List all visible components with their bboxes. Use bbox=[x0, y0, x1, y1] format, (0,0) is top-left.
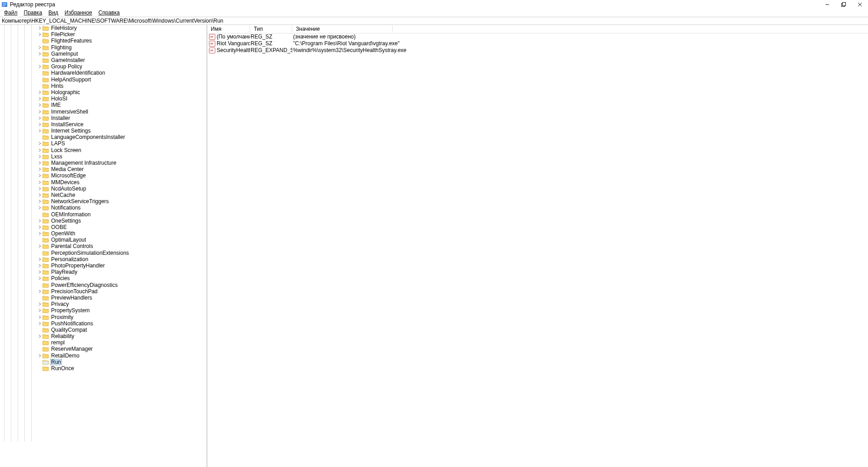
expand-icon[interactable] bbox=[38, 302, 42, 306]
tree-item[interactable]: Parental Controls bbox=[0, 243, 207, 249]
tree-item[interactable]: OEMInformation bbox=[0, 211, 207, 217]
value-row[interactable]: ab SecurityHealthREG_EXPAND_SZ%windir%\s… bbox=[207, 47, 868, 54]
expand-icon[interactable] bbox=[38, 308, 42, 313]
tree-item[interactable]: Policies bbox=[0, 275, 207, 281]
expand-icon[interactable] bbox=[38, 193, 42, 197]
tree-item[interactable]: Lock Screen bbox=[0, 147, 207, 153]
expand-icon[interactable] bbox=[38, 199, 42, 204]
tree-item[interactable]: rempl bbox=[0, 339, 207, 346]
tree-item[interactable]: Media Center bbox=[0, 166, 207, 172]
expand-icon[interactable] bbox=[38, 26, 42, 30]
expand-icon[interactable] bbox=[38, 257, 42, 262]
tree-item[interactable]: PowerEfficiencyDiagnostics bbox=[0, 282, 207, 288]
expand-icon[interactable] bbox=[38, 219, 42, 223]
maximize-button[interactable] bbox=[835, 0, 852, 9]
expand-icon[interactable] bbox=[38, 32, 42, 37]
expand-icon[interactable] bbox=[38, 205, 42, 210]
tree-item[interactable]: MMDevices bbox=[0, 179, 207, 186]
tree-item[interactable]: PlayReady bbox=[0, 269, 207, 275]
tree-item[interactable]: Management Infrastructure bbox=[0, 160, 207, 166]
tree-item[interactable]: MicrosoftEdge bbox=[0, 172, 207, 179]
tree-item[interactable]: Internet Settings bbox=[0, 128, 207, 134]
menu-view[interactable]: Вид bbox=[45, 9, 62, 16]
expand-icon[interactable] bbox=[38, 167, 42, 172]
expand-icon[interactable] bbox=[38, 90, 42, 95]
expand-icon[interactable] bbox=[38, 321, 42, 326]
tree-item[interactable]: NetCache bbox=[0, 192, 207, 198]
tree-item[interactable]: PreviewHandlers bbox=[0, 295, 207, 301]
expand-icon[interactable] bbox=[38, 116, 42, 120]
menu-edit[interactable]: Правка bbox=[21, 9, 46, 16]
registry-tree[interactable]: FileHistory FilePicker FlightedFeatures … bbox=[0, 25, 207, 372]
tree-item[interactable]: Personalization bbox=[0, 256, 207, 262]
expand-icon[interactable] bbox=[38, 276, 42, 281]
tree-item[interactable]: ImmersiveShell bbox=[0, 108, 207, 114]
expand-icon[interactable] bbox=[38, 110, 42, 114]
expand-icon[interactable] bbox=[38, 180, 42, 185]
close-button[interactable] bbox=[852, 0, 868, 9]
value-row[interactable]: ab Riot VanguardREG_SZ"C:\Program Files\… bbox=[207, 40, 868, 47]
tree-item[interactable]: Hints bbox=[0, 83, 207, 89]
values-pane[interactable]: Имя Тип Значение ab (По умолчанию)REG_SZ… bbox=[207, 25, 868, 467]
column-value[interactable]: Значение bbox=[292, 25, 393, 33]
tree-item[interactable]: Notifications bbox=[0, 205, 207, 211]
tree-item[interactable]: HardwareIdentification bbox=[0, 70, 207, 76]
tree-item[interactable]: Lxss bbox=[0, 153, 207, 160]
expand-icon[interactable] bbox=[38, 353, 42, 358]
tree-item[interactable]: ReserveManager bbox=[0, 346, 207, 352]
tree-item[interactable]: Run bbox=[0, 359, 207, 365]
expand-icon[interactable] bbox=[38, 129, 42, 133]
tree-item[interactable]: PerceptionSimulationExtensions bbox=[0, 250, 207, 256]
expand-icon[interactable] bbox=[38, 225, 42, 229]
menu-help[interactable]: Справка bbox=[95, 9, 123, 16]
column-name[interactable]: Имя bbox=[207, 25, 250, 33]
tree-item[interactable]: OptimalLayout bbox=[0, 237, 207, 243]
expand-icon[interactable] bbox=[38, 141, 42, 146]
tree-item[interactable]: NcdAutoSetup bbox=[0, 186, 207, 192]
menu-file[interactable]: Файл bbox=[1, 9, 21, 16]
tree-item[interactable]: Reliability bbox=[0, 333, 207, 339]
tree-item[interactable]: Proximity bbox=[0, 314, 207, 320]
address-bar[interactable]: Компьютер\HKEY_LOCAL_MACHINE\SOFTWARE\Mi… bbox=[0, 17, 868, 25]
expand-icon[interactable] bbox=[38, 173, 42, 178]
expand-icon[interactable] bbox=[38, 122, 42, 127]
expand-icon[interactable] bbox=[38, 289, 42, 294]
tree-item[interactable]: HoloSI bbox=[0, 95, 207, 102]
expand-icon[interactable] bbox=[38, 64, 42, 69]
tree-item[interactable]: GameInstaller bbox=[0, 57, 207, 63]
expand-icon[interactable] bbox=[38, 103, 42, 107]
expand-icon[interactable] bbox=[38, 244, 42, 248]
tree-item[interactable]: Flighting bbox=[0, 44, 207, 51]
expand-icon[interactable] bbox=[38, 270, 42, 274]
splitter[interactable] bbox=[207, 337, 207, 351]
expand-icon[interactable] bbox=[38, 186, 42, 191]
expand-icon[interactable] bbox=[38, 161, 42, 165]
tree-item[interactable]: Installer bbox=[0, 115, 207, 121]
tree-item[interactable]: OOBE bbox=[0, 224, 207, 230]
tree-item[interactable]: PrecisionTouchPad bbox=[0, 288, 207, 295]
minimize-button[interactable] bbox=[819, 0, 835, 9]
column-type[interactable]: Тип bbox=[250, 25, 292, 33]
tree-item[interactable]: PushNotifications bbox=[0, 320, 207, 327]
tree-item[interactable]: OneSettings bbox=[0, 218, 207, 224]
expand-icon[interactable] bbox=[38, 148, 42, 152]
tree-item[interactable]: RetailDemo bbox=[0, 353, 207, 359]
tree-item[interactable]: LanguageComponentsInstaller bbox=[0, 134, 207, 140]
expand-icon[interactable] bbox=[38, 45, 42, 50]
tree-item[interactable]: RunOnce bbox=[0, 365, 207, 372]
tree-item[interactable]: LAPS bbox=[0, 140, 207, 147]
tree-item[interactable]: IME bbox=[0, 102, 207, 108]
tree-item[interactable]: FlightedFeatures bbox=[0, 38, 207, 44]
tree-item[interactable]: NetworkServiceTriggers bbox=[0, 198, 207, 205]
expand-icon[interactable] bbox=[38, 263, 42, 268]
tree-item[interactable]: QualityCompat bbox=[0, 327, 207, 333]
tree-item[interactable]: FileHistory bbox=[0, 25, 207, 31]
tree-item[interactable]: Group Policy bbox=[0, 63, 207, 70]
expand-icon[interactable] bbox=[38, 154, 42, 159]
expand-icon[interactable] bbox=[38, 231, 42, 236]
tree-item[interactable]: InstallService bbox=[0, 121, 207, 128]
tree-item[interactable]: PhotoPropertyHandler bbox=[0, 262, 207, 269]
tree-item[interactable]: OpenWith bbox=[0, 230, 207, 237]
expand-icon[interactable] bbox=[38, 52, 42, 56]
expand-icon[interactable] bbox=[38, 96, 42, 101]
